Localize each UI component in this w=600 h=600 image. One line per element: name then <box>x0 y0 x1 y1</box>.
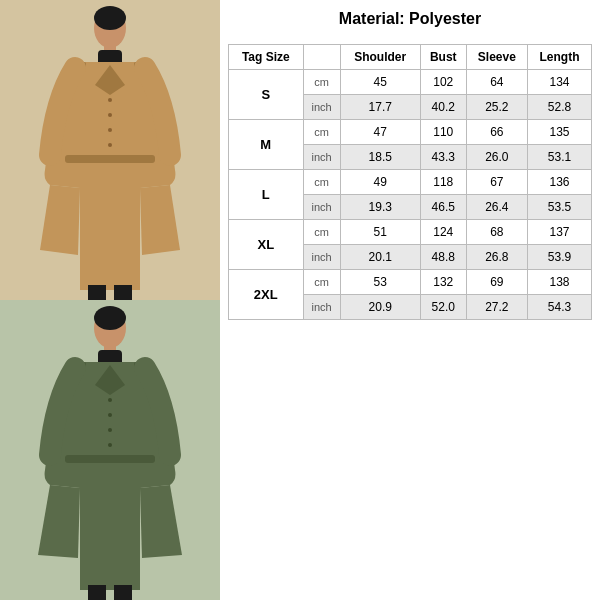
sleeve-cell: 25.2 <box>466 95 527 120</box>
svg-rect-7 <box>114 285 132 300</box>
sleeve-cell: 68 <box>466 220 527 245</box>
shoulder-cell: 45 <box>340 70 420 95</box>
length-cell: 134 <box>527 70 591 95</box>
shoulder-cell: 20.9 <box>340 295 420 320</box>
bust-cell: 132 <box>420 270 466 295</box>
col-bust: Bust <box>420 45 466 70</box>
unit-cell: cm <box>303 120 340 145</box>
sleeve-cell: 67 <box>466 170 527 195</box>
col-tag-size: Tag Size <box>229 45 304 70</box>
model-image-bottom <box>0 300 220 600</box>
svg-point-10 <box>108 128 112 132</box>
sleeve-cell: 69 <box>466 270 527 295</box>
bust-cell: 124 <box>420 220 466 245</box>
bust-cell: 43.3 <box>420 145 466 170</box>
sleeve-cell: 26.8 <box>466 245 527 270</box>
sleeve-cell: 64 <box>466 70 527 95</box>
svg-rect-6 <box>88 285 106 300</box>
shoulder-cell: 18.5 <box>340 145 420 170</box>
length-cell: 53.1 <box>527 145 591 170</box>
unit-cell: cm <box>303 170 340 195</box>
svg-point-25 <box>108 443 112 447</box>
bust-cell: 48.8 <box>420 245 466 270</box>
shoulder-cell: 49 <box>340 170 420 195</box>
size-label: 2XL <box>229 270 304 320</box>
bust-cell: 40.2 <box>420 95 466 120</box>
sleeve-cell: 66 <box>466 120 527 145</box>
shoulder-cell: 53 <box>340 270 420 295</box>
bust-cell: 52.0 <box>420 295 466 320</box>
size-label: S <box>229 70 304 120</box>
col-shoulder: Shoulder <box>340 45 420 70</box>
svg-rect-21 <box>114 585 132 600</box>
shoulder-cell: 20.1 <box>340 245 420 270</box>
col-sleeve: Sleeve <box>466 45 527 70</box>
unit-cell: inch <box>303 195 340 220</box>
bust-cell: 102 <box>420 70 466 95</box>
length-cell: 138 <box>527 270 591 295</box>
svg-point-16 <box>94 306 126 330</box>
svg-point-23 <box>108 413 112 417</box>
shoulder-cell: 17.7 <box>340 95 420 120</box>
svg-point-2 <box>94 6 126 30</box>
unit-cell: inch <box>303 145 340 170</box>
left-panel <box>0 0 220 600</box>
length-cell: 52.8 <box>527 95 591 120</box>
sleeve-cell: 26.0 <box>466 145 527 170</box>
bust-cell: 46.5 <box>420 195 466 220</box>
size-label: M <box>229 120 304 170</box>
svg-rect-5 <box>65 155 155 163</box>
unit-cell: cm <box>303 220 340 245</box>
shoulder-cell: 51 <box>340 220 420 245</box>
svg-rect-19 <box>65 455 155 463</box>
length-cell: 136 <box>527 170 591 195</box>
svg-rect-20 <box>88 585 106 600</box>
size-chart: Tag Size Shoulder Bust Sleeve Length Scm… <box>228 44 592 320</box>
shoulder-cell: 47 <box>340 120 420 145</box>
svg-point-11 <box>108 143 112 147</box>
svg-point-22 <box>108 398 112 402</box>
unit-cell: inch <box>303 295 340 320</box>
sleeve-cell: 26.4 <box>466 195 527 220</box>
bust-cell: 118 <box>420 170 466 195</box>
material-title: Material: Polyester <box>228 10 592 34</box>
unit-cell: inch <box>303 245 340 270</box>
col-unit <box>303 45 340 70</box>
unit-cell: cm <box>303 270 340 295</box>
unit-cell: cm <box>303 70 340 95</box>
length-cell: 135 <box>527 120 591 145</box>
shoulder-cell: 19.3 <box>340 195 420 220</box>
svg-point-24 <box>108 428 112 432</box>
svg-point-9 <box>108 113 112 117</box>
sleeve-cell: 27.2 <box>466 295 527 320</box>
length-cell: 137 <box>527 220 591 245</box>
size-label: XL <box>229 220 304 270</box>
bust-cell: 110 <box>420 120 466 145</box>
unit-cell: inch <box>303 95 340 120</box>
size-label: L <box>229 170 304 220</box>
length-cell: 54.3 <box>527 295 591 320</box>
length-cell: 53.9 <box>527 245 591 270</box>
col-length: Length <box>527 45 591 70</box>
right-panel: Material: Polyester Tag Size Shoulder Bu… <box>220 0 600 600</box>
svg-point-8 <box>108 98 112 102</box>
model-image-top <box>0 0 220 300</box>
length-cell: 53.5 <box>527 195 591 220</box>
